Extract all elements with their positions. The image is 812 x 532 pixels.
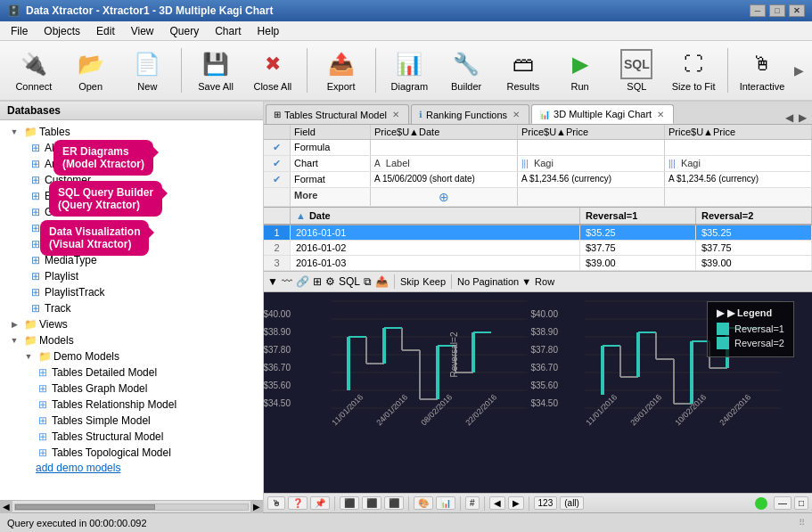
dh-rev2[interactable]: Reversal=2 xyxy=(696,208,812,224)
sql-button[interactable]: SQL SQL xyxy=(611,45,664,96)
tooltip-sql[interactable]: SQL Query Builder (Query Xtractor) xyxy=(49,181,162,217)
ug-chart-check[interactable]: ✔ xyxy=(264,156,291,171)
menu-query[interactable]: Query xyxy=(163,23,207,39)
bt-square[interactable]: □ xyxy=(794,496,808,510)
ug-formula-c3[interactable] xyxy=(665,140,812,155)
close-all-button[interactable]: ✖ Close All xyxy=(246,45,299,96)
open-button[interactable]: 📂 Open xyxy=(64,45,118,96)
scroll-left-btn[interactable]: ◀ xyxy=(0,501,12,513)
tab-structural-close[interactable]: ✕ xyxy=(390,110,401,119)
close-button[interactable]: ✕ xyxy=(789,4,805,17)
tooltip-er[interactable]: ER Diagrams (Model Xtractor) xyxy=(53,140,153,176)
tree-model-structural[interactable]: ⊞ Tables Structural Model xyxy=(0,429,263,445)
bt-hash[interactable]: # xyxy=(465,496,480,510)
settings-icon[interactable]: ⚙ xyxy=(325,275,335,288)
export-small-icon[interactable]: 📤 xyxy=(375,275,389,288)
menu-file[interactable]: File xyxy=(4,23,35,39)
bt-help[interactable]: ❓ xyxy=(288,496,308,510)
diagram-button[interactable]: 📊 Diagram xyxy=(383,45,437,96)
tree-playlisttrack[interactable]: ⊞ PlaylistTrack xyxy=(0,284,263,300)
tree-model-simple[interactable]: ⊞ Tables Simple Model xyxy=(0,413,263,429)
ug-formula-c2[interactable] xyxy=(518,140,665,155)
copy-icon[interactable]: ⧉ xyxy=(364,275,372,288)
export-button[interactable]: 📤 Export xyxy=(315,45,368,96)
ug-format-check[interactable]: ✔ xyxy=(264,172,291,187)
toolbar-scroll-right[interactable]: ▶ xyxy=(792,45,805,96)
bt-next[interactable]: ▶ xyxy=(508,496,524,510)
sql-small-icon[interactable]: SQL xyxy=(339,275,360,288)
bt-prev[interactable]: ◀ xyxy=(489,496,505,510)
tree-playlist[interactable]: ⊞ Playlist xyxy=(0,268,263,284)
dh-rev1[interactable]: Reversal=1 xyxy=(580,208,696,224)
chart-type-icon[interactable]: 〰 xyxy=(282,275,292,288)
save-all-button[interactable]: 💾 Save All xyxy=(189,45,242,96)
keep-label[interactable]: Keep xyxy=(422,276,446,287)
scroll-right-btn[interactable]: ▶ xyxy=(250,501,263,513)
size-to-fit-button[interactable]: ⛶ Size to Fit xyxy=(667,45,720,96)
results-button[interactable]: 🗃 Results xyxy=(496,45,550,96)
minimize-button[interactable]: ─ xyxy=(750,4,766,17)
tab-kagi[interactable]: 📊 3D Multiple Kagi Chart ✕ xyxy=(531,104,674,124)
menu-help[interactable]: Help xyxy=(250,23,287,39)
tab-ranking[interactable]: ℹ Ranking Functions ✕ xyxy=(411,104,529,124)
filter-icon[interactable]: ▼ xyxy=(267,275,278,288)
link-icon[interactable]: 🔗 xyxy=(296,275,309,288)
ug-formula-check[interactable]: ✔ xyxy=(264,140,291,155)
bt-123[interactable]: 123 xyxy=(534,496,558,510)
bt-grid3[interactable]: ⬛ xyxy=(384,496,404,510)
ug-chart-c1[interactable]: A Label xyxy=(371,156,518,171)
bt-pin[interactable]: 📌 xyxy=(310,496,330,510)
tree-tables[interactable]: ▼ 📁 Tables xyxy=(0,124,263,140)
bt-chart[interactable]: 📊 xyxy=(436,496,455,510)
run-button[interactable]: ▶ Run xyxy=(554,45,607,96)
skip-label[interactable]: Skip xyxy=(400,276,419,287)
bt-color[interactable]: 🎨 xyxy=(414,496,433,510)
tree-models[interactable]: ▼ 📁 Models xyxy=(0,332,263,348)
ug-format-c1[interactable]: A 15/06/2009 (short date) xyxy=(371,172,518,187)
tree-model-topological[interactable]: ⊞ Tables Topological Model xyxy=(0,445,263,461)
ug-formula-c1[interactable] xyxy=(371,140,518,155)
data-row-2[interactable]: 2 2016-01-02 $37.75 $37.75 xyxy=(264,241,812,256)
data-row-1[interactable]: 1 2016-01-01 $35.25 $35.25 xyxy=(264,225,812,241)
horizontal-scrollbar[interactable] xyxy=(14,503,249,511)
bt-grid2[interactable]: ⬛ xyxy=(362,496,381,510)
maximize-button[interactable]: □ xyxy=(769,4,785,17)
tree-track[interactable]: ⊞ Track xyxy=(0,300,263,316)
interactive-button[interactable]: 🖱 Interactive xyxy=(735,45,789,96)
bt-sep2 xyxy=(408,496,409,511)
menu-chart[interactable]: Chart xyxy=(208,23,248,39)
ug-chart-c2[interactable]: ||| Kagi xyxy=(518,156,665,171)
bt-all[interactable]: (all) xyxy=(560,496,584,510)
bt-cursor[interactable]: 🖱 xyxy=(267,496,285,510)
tab-ranking-close[interactable]: ✕ xyxy=(511,110,521,119)
tab-nav-left[interactable]: ◀ xyxy=(783,111,795,124)
tab-structural[interactable]: ⊞ Tables Structural Model ✕ xyxy=(266,104,409,124)
tab-nav-right[interactable]: ▶ xyxy=(797,111,808,124)
results-icon: 🗃 xyxy=(507,49,539,79)
menu-edit[interactable]: Edit xyxy=(89,23,122,39)
tree-views[interactable]: ▶ 📁 Views xyxy=(0,316,263,332)
new-button[interactable]: 📄 New xyxy=(121,45,175,96)
ug-chart-c3[interactable]: ||| Kagi xyxy=(665,156,812,171)
ug-format-c3[interactable]: A $1,234.56 (currency) xyxy=(665,172,812,187)
legend-expand-icon[interactable]: ▶ xyxy=(717,307,724,319)
tree-model-graph[interactable]: ⊞ Tables Graph Model xyxy=(0,381,263,397)
tree-model-relationship[interactable]: ⊞ Tables Relationship Model xyxy=(0,397,263,413)
data-row-3[interactable]: 3 2016-01-03 $39.00 $39.00 xyxy=(264,256,812,271)
dh-date[interactable]: ▲ Date xyxy=(291,208,580,224)
bt-minus[interactable]: — xyxy=(774,496,791,510)
ug-format-c2[interactable]: A $1,234.56 (currency) xyxy=(518,172,665,187)
ug-more-plus[interactable]: ⊕ xyxy=(371,188,518,206)
tooltip-vis[interactable]: Data Visualization (Visual Xtractor) xyxy=(40,220,149,256)
builder-button[interactable]: 🔧 Builder xyxy=(439,45,493,96)
grid-icon[interactable]: ⊞ xyxy=(313,275,322,288)
tree-demo-models[interactable]: ▼ 📁 Demo Models xyxy=(0,348,263,364)
tree-model-detailed[interactable]: ⊞ Tables Detailed Model xyxy=(0,364,263,381)
menu-view[interactable]: View xyxy=(124,23,161,39)
bt-grid1[interactable]: ⬛ xyxy=(340,496,359,510)
tree-add-demo[interactable]: add demo models xyxy=(0,461,263,475)
menu-objects[interactable]: Objects xyxy=(37,23,87,39)
tab-kagi-close[interactable]: ✕ xyxy=(655,110,666,119)
no-pagination-dropdown[interactable]: No Pagination ▼ xyxy=(457,276,531,287)
connect-button[interactable]: 🔌 Connect xyxy=(7,45,61,96)
